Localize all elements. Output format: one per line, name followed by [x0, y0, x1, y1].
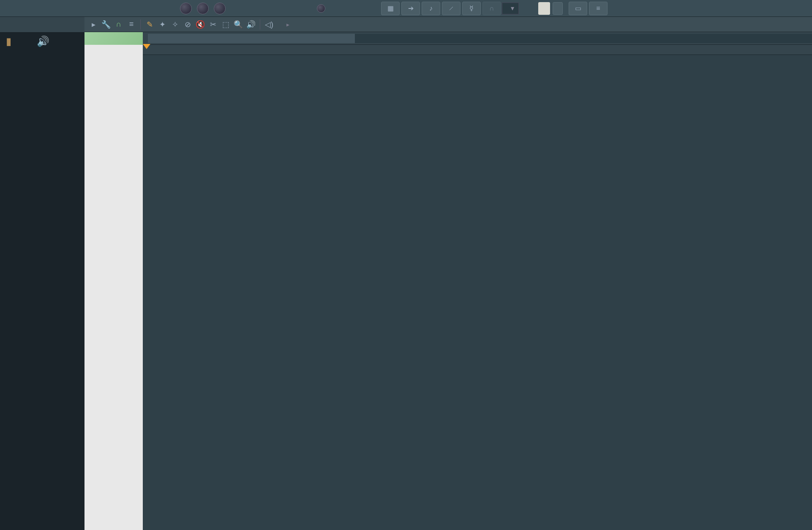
piano-roll-toolbar: ▸ 🔧 ∩ ≡ ✎ ✦ ✧ ⊘ 🔇 ✂ ⬚ 🔍 🔊 ◁) ▸: [84, 17, 812, 32]
window-button-2[interactable]: ≡: [589, 2, 608, 15]
knob-2[interactable]: [194, 0, 211, 17]
tool-button-1[interactable]: ♪: [422, 2, 440, 15]
knob-3[interactable]: [211, 0, 228, 17]
tool-button-3[interactable]: ☿: [462, 2, 481, 15]
folder-icon[interactable]: ▮: [6, 36, 11, 47]
knob-4[interactable]: [313, 0, 330, 17]
knob-1[interactable]: [177, 0, 194, 17]
timeline-ruler[interactable]: [143, 45, 812, 55]
magnet-snap-icon[interactable]: ∩: [112, 18, 125, 31]
browser-icon-row: ▮ 🔊: [0, 32, 84, 51]
play-icon[interactable]: ▸: [87, 18, 100, 31]
midi-dropdown[interactable]: ▾: [502, 3, 519, 14]
minimap-viewport[interactable]: [148, 34, 355, 43]
speaker-preview-icon[interactable]: ◁): [263, 18, 275, 31]
pattern-selector[interactable]: [538, 2, 550, 15]
select-tool-icon[interactable]: ⬚: [219, 18, 232, 31]
view-playlist-button[interactable]: ▦: [381, 2, 400, 15]
browser-panel: ▮ 🔊: [0, 17, 84, 530]
slice-tool-icon[interactable]: ✂: [207, 18, 219, 31]
playback-tool-icon[interactable]: 🔊: [245, 18, 257, 31]
add-pattern-button[interactable]: [553, 2, 563, 15]
headphones-button[interactable]: ∩: [482, 2, 501, 15]
minimap: [84, 32, 812, 45]
playhead-marker[interactable]: [143, 44, 150, 49]
paint-tool-icon[interactable]: ✦: [156, 18, 169, 31]
options-icon[interactable]: ≡: [125, 18, 138, 31]
forward-button[interactable]: ➔: [401, 2, 420, 15]
tool-button-2[interactable]: ⟋: [442, 2, 460, 15]
mute-tool-icon[interactable]: 🔇: [194, 18, 207, 31]
chevron-right-icon: ▸: [286, 21, 289, 28]
main-toolbar: ▦ ➔ ♪ ⟋ ☿ ∩ ▾ ▭ ≡: [0, 0, 812, 17]
browser-header: [0, 17, 84, 32]
zoom-tool-icon[interactable]: 🔍: [232, 18, 245, 31]
delete-tool-icon[interactable]: ⊘: [181, 18, 194, 31]
window-button-1[interactable]: ▭: [569, 2, 587, 15]
speaker-icon[interactable]: 🔊: [37, 36, 49, 47]
note-grid[interactable]: [143, 55, 812, 530]
piano-roll-title[interactable]: ▸: [283, 21, 289, 28]
piano-keyboard[interactable]: [84, 45, 143, 530]
minimap-scroll[interactable]: [148, 34, 812, 43]
brush-tool-icon[interactable]: ✧: [169, 18, 181, 31]
draw-tool-icon[interactable]: ✎: [143, 18, 156, 31]
wrench-icon[interactable]: 🔧: [100, 18, 112, 31]
